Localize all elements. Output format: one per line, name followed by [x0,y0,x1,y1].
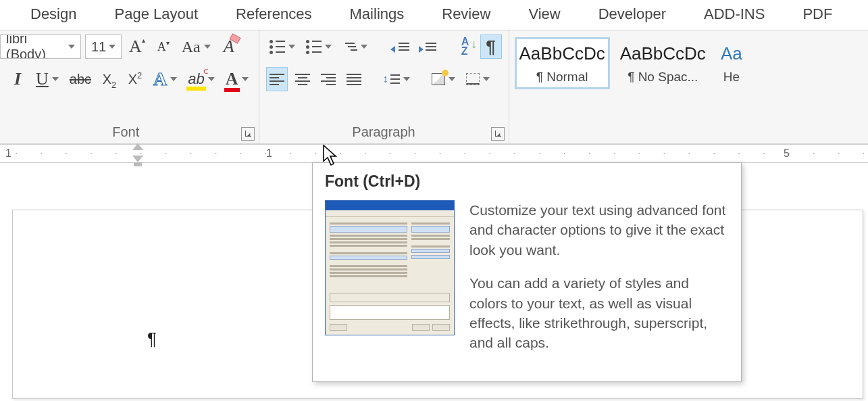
chevron-down-icon [52,77,59,81]
highlight-icon: abᶜ [188,70,204,88]
line-spacing-button[interactable]: ↕ [380,67,413,91]
line-spacing-icon: ↕ [383,74,400,84]
sort-button[interactable]: AZ [455,34,476,59]
align-right-button[interactable] [317,67,339,91]
numbering-button[interactable] [303,34,335,59]
show-hide-pilcrow-button[interactable]: ¶ [480,34,502,59]
style-preview: Aa [721,43,742,64]
style-preview: AaBbCcDc [519,43,605,64]
font-color-button[interactable]: A [222,67,252,91]
group-font: libri (Body) 11 A▴ A▾ Aa A I U abc X2 X2… [0,30,259,143]
align-left-button[interactable] [266,67,288,91]
shading-icon [432,73,445,85]
align-center-button[interactable] [292,67,313,91]
chevron-down-icon [483,77,490,81]
font-name-value: libri (Body) [6,34,68,59]
decrease-indent-button[interactable] [390,34,413,59]
tooltip-paragraph: You can add a variety of styles and colo… [469,273,729,353]
tab-references[interactable]: References [236,5,312,23]
chevron-down-icon [361,45,367,49]
superscript-icon: X2 [128,72,143,87]
grow-font-button[interactable]: A▴ [126,34,149,59]
tab-developer[interactable]: Developer [598,5,666,23]
align-left-icon [270,74,284,85]
tab-pdf[interactable]: PDF [802,5,832,23]
multilevel-list-icon [342,43,357,51]
text-effects-icon: A [153,68,167,90]
numbering-icon [306,40,322,54]
style-name: ¶ No Spac... [620,70,706,85]
font-group-label: Font [112,124,139,140]
bullets-icon [270,40,285,54]
tab-mailings[interactable]: Mailings [350,5,405,23]
sort-icon: AZ [461,37,469,57]
grow-font-icon: A [129,38,142,55]
underline-icon: U [36,69,49,89]
increase-indent-icon [420,43,436,51]
chevron-down-icon [449,77,455,81]
tooltip-font-dialog: Font (Ctrl+D) [312,162,742,382]
tooltip-paragraph: Customize your text using advanced font … [469,200,729,260]
chevron-down-icon [325,45,332,49]
ruler-number: 5 [784,147,790,160]
font-color-icon: A [226,69,238,89]
superscript-button[interactable]: X2 [124,67,146,91]
highlight-button[interactable]: abᶜ [184,67,218,91]
font-dialog-launcher[interactable] [241,127,255,141]
text-effects-button[interactable]: A [150,67,180,91]
justify-icon [347,74,361,85]
tab-design[interactable]: Design [30,5,76,23]
ruler-margin-marker[interactable] [132,143,143,158]
ruler-number: 1 [5,147,11,160]
tooltip-description: Customize your text using advanced font … [469,200,729,367]
style-normal[interactable]: AaBbCcDc ¶ Normal [515,37,610,89]
strikethrough-button[interactable]: abc [66,67,95,91]
chevron-down-icon [204,45,211,49]
group-paragraph: AZ ¶ ↕ Paragraph [259,30,509,143]
align-center-icon [295,74,310,85]
chevron-down-icon [242,77,249,81]
clear-formatting-button[interactable]: A [218,34,240,59]
tab-page-layout[interactable]: Page Layout [114,5,198,23]
font-size-combo[interactable]: 11 [85,34,122,59]
pilcrow-icon: ¶ [486,37,495,57]
strikethrough-icon: abc [70,72,91,87]
tab-view[interactable]: View [528,5,560,23]
shading-button[interactable] [428,67,459,91]
chevron-down-icon [109,45,116,49]
group-styles: AaBbCcDc ¶ Normal AaBbCcDc ¶ No Spac... … [509,30,748,143]
tooltip-thumbnail [325,200,455,335]
tooltip-title: Font (Ctrl+D) [325,172,729,191]
style-preview: AaBbCcDc [620,43,706,64]
underline-button[interactable]: U [32,67,62,91]
paragraph-group-label: Paragraph [352,124,415,140]
chevron-down-icon [403,77,410,81]
shrink-font-icon: A [157,41,166,53]
paragraph-dialog-launcher[interactable] [491,127,505,141]
increase-indent-button[interactable] [417,34,440,59]
ribbon: libri (Body) 11 A▴ A▾ Aa A I U abc X2 X2… [0,30,868,144]
style-no-spacing[interactable]: AaBbCcDc ¶ No Spac... [615,37,711,89]
shrink-font-button[interactable]: A▾ [153,34,174,59]
clear-formatting-icon: A [224,37,234,57]
chevron-down-icon [170,77,177,81]
ruler-ticks [0,145,868,162]
font-name-combo[interactable]: libri (Body) [0,34,81,59]
chevron-down-icon [68,45,75,49]
tab-addins[interactable]: ADD-INS [704,5,765,23]
italic-button[interactable]: I [7,67,28,91]
style-name: ¶ Normal [519,70,605,85]
justify-button[interactable] [343,67,365,91]
ruler[interactable]: 1 1 5 [0,144,868,163]
subscript-icon: X2 [103,72,117,87]
ruler-number: 1 [266,147,272,160]
borders-button[interactable] [463,67,493,91]
subscript-button[interactable]: X2 [99,67,120,91]
style-heading[interactable]: Aa He [716,37,743,89]
bullets-button[interactable] [266,34,299,59]
multilevel-list-button[interactable] [339,34,371,59]
chevron-down-icon [208,77,215,81]
ribbon-tabs: Design Page Layout References Mailings R… [0,0,868,30]
tab-review[interactable]: Review [442,5,490,23]
change-case-button[interactable]: Aa [178,34,214,59]
